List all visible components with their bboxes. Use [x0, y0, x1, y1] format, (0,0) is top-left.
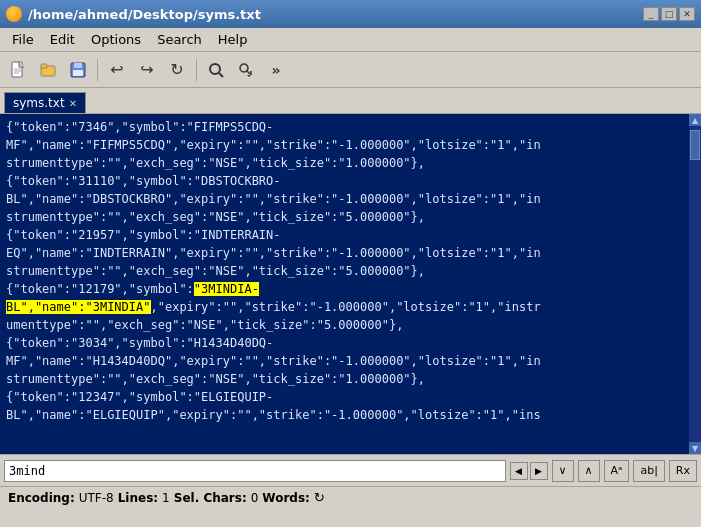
- refresh-button[interactable]: ↻: [163, 56, 191, 84]
- save-icon: [69, 61, 87, 79]
- statusbar: Encoding: UTF-8 Lines: 1 Sel. Chars: 0 W…: [0, 486, 701, 508]
- encoding-label: Encoding:: [8, 491, 75, 505]
- regex-button[interactable]: Rx: [669, 460, 697, 482]
- toolbar-sep-2: [196, 59, 197, 81]
- find-icon: [207, 61, 225, 79]
- menu-options[interactable]: Options: [83, 30, 149, 49]
- minimize-button[interactable]: _: [643, 7, 659, 21]
- menu-help[interactable]: Help: [210, 30, 256, 49]
- editor-scrollbar[interactable]: ▲ ▼: [689, 114, 701, 454]
- whole-word-label: ab|: [640, 464, 657, 477]
- highlight-name: BL","name":"3MINDIA": [6, 300, 151, 314]
- svg-point-11: [240, 64, 248, 72]
- tab-label: syms.txt: [13, 96, 65, 110]
- find-replace-icon: [237, 61, 255, 79]
- svg-line-10: [219, 73, 223, 77]
- maximize-button[interactable]: □: [661, 7, 677, 21]
- menubar: File Edit Options Search Help: [0, 28, 701, 52]
- scroll-thumb[interactable]: [690, 130, 700, 160]
- search-next-button[interactable]: ∧: [578, 460, 600, 482]
- encoding-value: UTF-8: [79, 491, 114, 505]
- new-file-icon: [9, 61, 27, 79]
- svg-rect-5: [41, 64, 47, 68]
- sel-chars-label: Sel. Chars:: [174, 491, 247, 505]
- menu-search[interactable]: Search: [149, 30, 210, 49]
- lines-value: 1: [162, 491, 170, 505]
- search-input[interactable]: [4, 460, 506, 482]
- tabbar: syms.txt ✕: [0, 88, 701, 114]
- undo-button[interactable]: ↩: [103, 56, 131, 84]
- words-refresh-icon[interactable]: ↻: [314, 490, 325, 505]
- titlebar-left: /home/ahmed/Desktop/syms.txt: [6, 6, 261, 22]
- tab-syms-txt[interactable]: syms.txt ✕: [4, 92, 86, 113]
- regex-label: Rx: [676, 464, 690, 477]
- scroll-up-button[interactable]: ▲: [689, 114, 701, 126]
- toolbar: ↩ ↪ ↻ »: [0, 52, 701, 88]
- menu-edit[interactable]: Edit: [42, 30, 83, 49]
- scroll-right-button[interactable]: ▶: [530, 462, 548, 480]
- whole-word-button[interactable]: ab|: [633, 460, 664, 482]
- editor-wrapper: {"token":"7346","symbol":"FIFMPS5CDQ- MF…: [0, 114, 701, 454]
- sel-chars-value: 0: [251, 491, 259, 505]
- svg-rect-7: [74, 63, 82, 68]
- search-prev-button[interactable]: ∨: [552, 460, 574, 482]
- scroll-left-button[interactable]: ◀: [510, 462, 528, 480]
- open-button[interactable]: [34, 56, 62, 84]
- match-case-button[interactable]: Aᵃ: [604, 460, 630, 482]
- scroll-down-button[interactable]: ▼: [689, 442, 701, 454]
- menu-file[interactable]: File: [4, 30, 42, 49]
- toolbar-sep-1: [97, 59, 98, 81]
- editor-content: {"token":"7346","symbol":"FIFMPS5CDQ- MF…: [6, 118, 683, 424]
- match-case-label: Aᵃ: [611, 464, 623, 477]
- tab-close-button[interactable]: ✕: [69, 98, 77, 109]
- app-icon: [6, 6, 22, 22]
- find-button[interactable]: [202, 56, 230, 84]
- svg-line-12: [247, 71, 250, 74]
- svg-point-9: [210, 64, 220, 74]
- titlebar-title: /home/ahmed/Desktop/syms.txt: [28, 7, 261, 22]
- find-replace-button[interactable]: [232, 56, 260, 84]
- more-button[interactable]: »: [262, 56, 290, 84]
- close-button[interactable]: ✕: [679, 7, 695, 21]
- editor-area[interactable]: {"token":"7346","symbol":"FIFMPS5CDQ- MF…: [0, 114, 689, 454]
- open-icon: [39, 61, 57, 79]
- redo-button[interactable]: ↪: [133, 56, 161, 84]
- titlebar: /home/ahmed/Desktop/syms.txt _ □ ✕: [0, 0, 701, 28]
- window-controls: _ □ ✕: [643, 7, 695, 21]
- lines-label: Lines:: [118, 491, 158, 505]
- searchbar: ◀ ▶ ∨ ∧ Aᵃ ab| Rx: [0, 454, 701, 486]
- highlight-symbol: "3MINDIA-: [194, 282, 259, 296]
- svg-rect-8: [73, 70, 83, 76]
- save-button[interactable]: [64, 56, 92, 84]
- new-file-button[interactable]: [4, 56, 32, 84]
- words-label: Words:: [262, 491, 310, 505]
